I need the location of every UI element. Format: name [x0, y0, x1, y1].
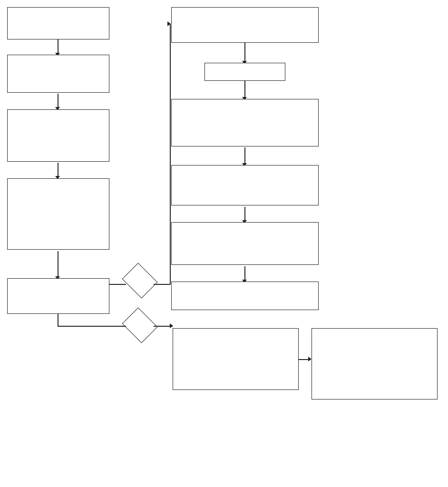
line-b3-b4 [58, 163, 58, 177]
line-yes-right [154, 284, 170, 285]
line-b2-b3 [58, 94, 58, 108]
box-b4 [7, 178, 109, 250]
box-b12 [173, 328, 299, 390]
arrow-no-b12 [170, 323, 173, 328]
box-b3 [7, 109, 109, 162]
diamond-no [122, 308, 158, 343]
box-b7 [205, 63, 285, 81]
line-b5-no-down [58, 314, 58, 326]
line-b7-b8 [244, 81, 245, 98]
line-b5-yes [109, 284, 126, 285]
box-b5 [7, 278, 109, 314]
diamond-yes [122, 263, 158, 299]
box-b1 [7, 7, 109, 39]
flowchart2 [0, 0, 448, 487]
box-b8 [171, 99, 319, 146]
arrow-yes-b6 [167, 21, 171, 26]
line-b1-b2 [58, 39, 58, 54]
line-b5-no-h [58, 326, 126, 327]
line-b9-b10 [244, 207, 245, 221]
arrow-b12-b13 [308, 357, 312, 361]
line-b8-b9 [244, 147, 245, 164]
box-b13 [312, 328, 438, 399]
box-b2 [7, 55, 109, 93]
box-b10 [171, 222, 319, 265]
box-b11 [171, 282, 319, 310]
box-b9 [171, 165, 319, 205]
line-b4-b5 [58, 251, 58, 277]
line-b6-b7 [244, 43, 245, 62]
box-b6 [171, 7, 319, 43]
line-b10-b11 [244, 266, 245, 281]
line-yes-up [170, 24, 171, 284]
